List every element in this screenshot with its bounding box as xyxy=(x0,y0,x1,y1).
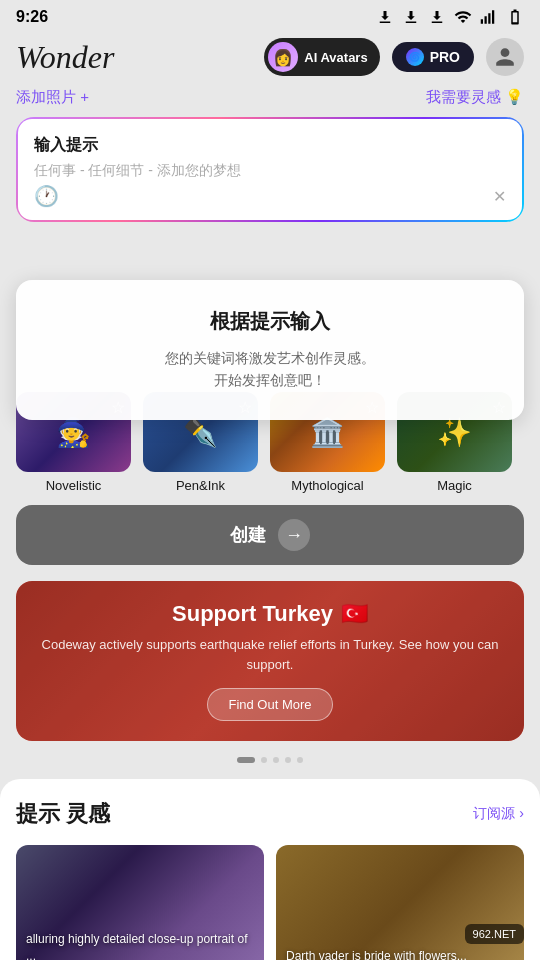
inspiration-card-1-text: alluring highly detailed close-up portra… xyxy=(26,931,254,960)
status-icons xyxy=(376,8,524,26)
ai-avatars-button[interactable]: 👩 AI Avatars xyxy=(264,38,379,76)
turkey-flag-icon: 🇹🇷 xyxy=(341,601,368,627)
ai-avatar-image: 👩 xyxy=(268,42,298,72)
inspiration-header: 提示 灵感 订阅源 › xyxy=(16,799,524,829)
inspiration-title: 提示 灵感 xyxy=(16,799,110,829)
dot-3 xyxy=(273,757,279,763)
svg-rect-3 xyxy=(492,10,494,24)
status-bar: 9:26 xyxy=(0,0,540,30)
header: Wonder 👩 AI Avatars 🌀 PRO xyxy=(0,30,540,88)
download-icon-3 xyxy=(428,8,446,26)
user-button[interactable] xyxy=(486,38,524,76)
dot-1 xyxy=(237,757,255,763)
create-button[interactable]: 创建 → xyxy=(16,505,524,565)
create-button-label: 创建 xyxy=(230,523,266,547)
inspiration-button[interactable]: 我需要灵感 💡 xyxy=(426,88,524,107)
svg-rect-2 xyxy=(488,13,490,24)
inspiration-card-1[interactable]: alluring highly detailed close-up portra… xyxy=(16,845,264,960)
magic-label: Magic xyxy=(397,478,512,493)
penink-label: Pen&Ink xyxy=(143,478,258,493)
svg-rect-1 xyxy=(485,16,487,24)
app-logo: Wonder xyxy=(16,39,252,76)
download-icon-1 xyxy=(376,8,394,26)
inspiration-section: 提示 灵感 订阅源 › alluring highly detailed clo… xyxy=(0,779,540,960)
signal-icon xyxy=(480,8,498,26)
pro-icon: 🌀 xyxy=(406,48,424,66)
novelistic-label: Novelistic xyxy=(16,478,131,493)
svg-rect-0 xyxy=(481,19,483,24)
inspiration-card-2-text: Darth vader is bride with flowers... xyxy=(286,948,467,960)
action-row: 添加照片 + 我需要灵感 💡 xyxy=(0,88,540,117)
prompt-placeholder: 任何事 - 任何细节 - 添加您的梦想 xyxy=(34,162,506,180)
pro-button[interactable]: 🌀 PRO xyxy=(392,42,474,72)
prompt-container: 输入提示 任何事 - 任何细节 - 添加您的梦想 🕐 ✕ xyxy=(16,117,524,222)
pro-label: PRO xyxy=(430,49,460,65)
user-icon xyxy=(494,46,516,68)
dot-5 xyxy=(297,757,303,763)
watermark: 962.NET xyxy=(465,924,524,944)
mythological-label: Mythological xyxy=(270,478,385,493)
inspiration-grid: alluring highly detailed close-up portra… xyxy=(16,845,524,960)
banner-content: Support Turkey 🇹🇷 Codeway actively suppo… xyxy=(36,601,504,721)
battery-icon xyxy=(506,8,524,26)
add-photo-button[interactable]: 添加照片 + xyxy=(16,88,89,107)
find-out-more-button[interactable]: Find Out More xyxy=(207,688,332,721)
inspiration-card-1-bg: alluring highly detailed close-up portra… xyxy=(16,845,264,960)
banner-description: Codeway actively supports earthquake rel… xyxy=(36,635,504,674)
tooltip-popup: 根据提示输入 您的关键词将激发艺术创作灵感。开始发挥创意吧！ xyxy=(16,280,524,420)
history-icon[interactable]: 🕐 xyxy=(34,184,59,208)
tooltip-title: 根据提示输入 xyxy=(40,308,500,335)
create-arrow-icon: → xyxy=(278,519,310,551)
prompt-title: 输入提示 xyxy=(34,135,506,156)
prompt-bottom-row: 🕐 ✕ xyxy=(34,184,506,208)
dot-4 xyxy=(285,757,291,763)
clear-icon[interactable]: ✕ xyxy=(493,187,506,206)
ai-avatars-label: AI Avatars xyxy=(304,50,367,65)
dot-2 xyxy=(261,757,267,763)
banner-title: Support Turkey 🇹🇷 xyxy=(36,601,504,627)
support-turkey-banner: Support Turkey 🇹🇷 Codeway actively suppo… xyxy=(16,581,524,741)
download-icon-2 xyxy=(402,8,420,26)
wifi-icon xyxy=(454,8,472,26)
tooltip-desc: 您的关键词将激发艺术创作灵感。开始发挥创意吧！ xyxy=(40,347,500,392)
subscribe-link[interactable]: 订阅源 › xyxy=(473,805,524,823)
banner-dots-indicator xyxy=(0,757,540,763)
status-time: 9:26 xyxy=(16,8,48,26)
